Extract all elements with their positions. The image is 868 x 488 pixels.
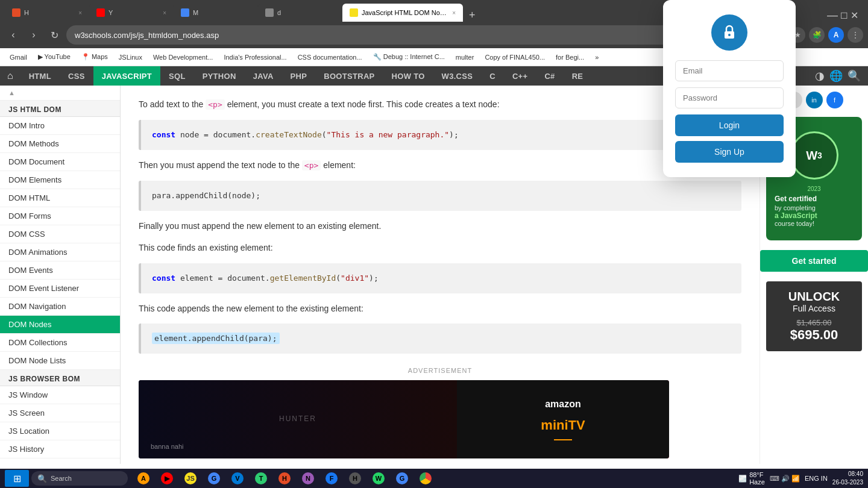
menu-icon[interactable]: ⋮ bbox=[848, 27, 863, 43]
forward-button[interactable]: › bbox=[25, 27, 42, 43]
bookmark-debug[interactable]: 🔧 Debug :: Internet C... bbox=[368, 52, 450, 62]
tab-3[interactable]: M bbox=[174, 4, 258, 22]
taskbar-item-2[interactable]: ▶ bbox=[156, 470, 178, 487]
price-old: $1,465.00 bbox=[775, 318, 854, 327]
address-input[interactable] bbox=[66, 25, 747, 45]
tab-close-active[interactable]: × bbox=[452, 10, 456, 16]
sidebar-item-dom-nodes[interactable]: DOM Nodes bbox=[0, 316, 120, 334]
nav-cpp[interactable]: C++ bbox=[504, 66, 536, 86]
sidebar-item-js-location[interactable]: JS Location bbox=[0, 422, 120, 440]
bookmark-final[interactable]: Copy of FINAL450... bbox=[480, 52, 550, 62]
code-block-2: para.appendChild(node); bbox=[139, 181, 741, 211]
tab-2[interactable]: Y × bbox=[89, 4, 174, 22]
tab-favicon-active bbox=[350, 8, 358, 17]
weather-icon: 🌫️ bbox=[738, 475, 747, 483]
price-new: $695.00 bbox=[775, 327, 854, 343]
sidebar-item-js-history[interactable]: JS History bbox=[0, 440, 120, 458]
search-icon[interactable]: 🔍 bbox=[848, 69, 861, 83]
taskbar-item-5[interactable]: V bbox=[227, 470, 248, 487]
taskbar-item-7[interactable]: H bbox=[274, 470, 295, 487]
maximize-button[interactable]: ☐ bbox=[840, 11, 848, 20]
sidebar-item-js-screen[interactable]: JS Screen bbox=[0, 404, 120, 422]
new-tab-button[interactable]: + bbox=[465, 9, 479, 22]
taskbar-item-3[interactable]: JS bbox=[180, 470, 201, 487]
bookmarks-more-btn[interactable]: » bbox=[590, 52, 603, 62]
contrast-icon[interactable]: ◑ bbox=[815, 69, 825, 83]
bookmark-india[interactable]: India's Professional... bbox=[219, 52, 291, 62]
nav-css[interactable]: CSS bbox=[60, 66, 93, 86]
taskbar-item-11[interactable]: W bbox=[368, 470, 389, 487]
sidebar-item-dom-css[interactable]: DOM CSS bbox=[0, 225, 120, 243]
sidebar-item-dom-document[interactable]: DOM Document bbox=[0, 153, 120, 171]
nav-html[interactable]: HTML bbox=[20, 66, 60, 86]
sidebar-item-dom-elements[interactable]: DOM Elements bbox=[0, 171, 120, 189]
sidebar-item-dom-html[interactable]: DOM HTML bbox=[0, 189, 120, 207]
tab-title-1: H bbox=[24, 9, 75, 16]
globe-icon[interactable]: 🌐 bbox=[829, 69, 843, 83]
bookmark-multer[interactable]: multer bbox=[451, 52, 479, 62]
tab-close-2[interactable]: × bbox=[163, 10, 166, 16]
minimize-button[interactable]: — bbox=[827, 9, 838, 22]
tab-title-2: Y bbox=[108, 9, 159, 16]
sidebar-item-dom-methods[interactable]: DOM Methods bbox=[0, 135, 120, 153]
profile-icon[interactable]: A bbox=[828, 27, 844, 43]
nav-bootstrap[interactable]: BOOTSTRAP bbox=[315, 66, 383, 86]
get-started-button[interactable]: Get started bbox=[760, 250, 868, 272]
sidebar-item-dom-forms[interactable]: DOM Forms bbox=[0, 207, 120, 225]
sidebar-item-dom-event-listener[interactable]: DOM Event Listener bbox=[0, 280, 120, 298]
nav-w3css[interactable]: W3.CSS bbox=[433, 66, 482, 86]
bookmark-youtube[interactable]: ▶ YouTube bbox=[33, 52, 75, 62]
bookmark-maps[interactable]: 📍 Maps bbox=[77, 52, 113, 62]
extension-icon[interactable]: 🧩 bbox=[809, 27, 825, 43]
nav-javascript[interactable]: JAVASCRIPT bbox=[93, 66, 160, 86]
login-button[interactable]: Login bbox=[675, 114, 784, 136]
taskbar-item-12[interactable]: G bbox=[391, 470, 413, 487]
taskbar-item-chrome[interactable] bbox=[415, 470, 436, 487]
taskbar-item-4[interactable]: G bbox=[203, 470, 225, 487]
ad-banner[interactable]: HUNTER banna nahi amazon miniTV bbox=[139, 380, 669, 458]
taskbar-search[interactable]: 🔍 Search bbox=[31, 471, 128, 486]
signup-button[interactable]: Sign Up bbox=[675, 141, 784, 163]
sidebar-item-js-window[interactable]: JS Window bbox=[0, 386, 120, 404]
nav-c[interactable]: C bbox=[481, 66, 504, 86]
bookmark-more[interactable]: for Begi... bbox=[551, 52, 589, 62]
nav-howto[interactable]: HOW TO bbox=[383, 66, 433, 86]
bookmark-webdev[interactable]: Web Development... bbox=[148, 52, 218, 62]
tab-close-1[interactable]: × bbox=[78, 10, 82, 16]
sidebar-item-dom-collections[interactable]: DOM Collections bbox=[0, 334, 120, 352]
taskbar-item-8[interactable]: N bbox=[297, 470, 319, 487]
nav-python[interactable]: PYTHON bbox=[194, 66, 245, 86]
tab-active[interactable]: JavaScript HTML DOM Nodes × bbox=[342, 4, 463, 22]
bookmark-gmail[interactable]: Gmail bbox=[5, 52, 32, 62]
taskbar-item-1[interactable]: A bbox=[133, 470, 154, 487]
tab-1[interactable]: H × bbox=[5, 4, 89, 22]
nav-re[interactable]: RE bbox=[564, 66, 592, 86]
taskbar-item-10[interactable]: H bbox=[344, 470, 366, 487]
password-input[interactable] bbox=[675, 87, 784, 108]
nav-sql[interactable]: SQL bbox=[160, 66, 194, 86]
sidebar-item-dom-events[interactable]: DOM Events bbox=[0, 261, 120, 280]
sidebar-scroll-up[interactable]: ▲ bbox=[0, 86, 120, 101]
facebook-icon[interactable]: f bbox=[826, 92, 843, 108]
sidebar-item-dom-node-lists[interactable]: DOM Node Lists bbox=[0, 352, 120, 370]
bookmark-jslinux[interactable]: JSLinux bbox=[114, 52, 147, 62]
nav-csharp[interactable]: C# bbox=[536, 66, 563, 86]
home-nav-item[interactable]: ⌂ bbox=[0, 70, 20, 81]
sidebar-item-dom-navigation[interactable]: DOM Navigation bbox=[0, 298, 120, 316]
start-button[interactable]: ⊞ bbox=[5, 470, 29, 487]
sidebar-item-dom-animations[interactable]: DOM Animations bbox=[0, 243, 120, 261]
nav-java[interactable]: JAVA bbox=[245, 66, 282, 86]
taskbar-item-6[interactable]: T bbox=[250, 470, 272, 487]
email-input[interactable] bbox=[675, 60, 784, 81]
code-block-3: const element = document.getElementById(… bbox=[139, 263, 741, 293]
close-button[interactable]: ✕ bbox=[851, 10, 858, 21]
nav-php[interactable]: PHP bbox=[282, 66, 316, 86]
linkedin-icon[interactable]: in bbox=[806, 92, 823, 108]
back-button[interactable]: ‹ bbox=[5, 27, 22, 43]
language-indicator: ENG IN bbox=[805, 475, 828, 482]
reload-button[interactable]: ↻ bbox=[46, 27, 63, 43]
taskbar-item-9[interactable]: F bbox=[321, 470, 342, 487]
bookmark-css[interactable]: CSS documentation... bbox=[293, 52, 367, 62]
sidebar-item-dom-intro[interactable]: DOM Intro bbox=[0, 117, 120, 135]
tab-4[interactable]: d bbox=[258, 4, 342, 22]
